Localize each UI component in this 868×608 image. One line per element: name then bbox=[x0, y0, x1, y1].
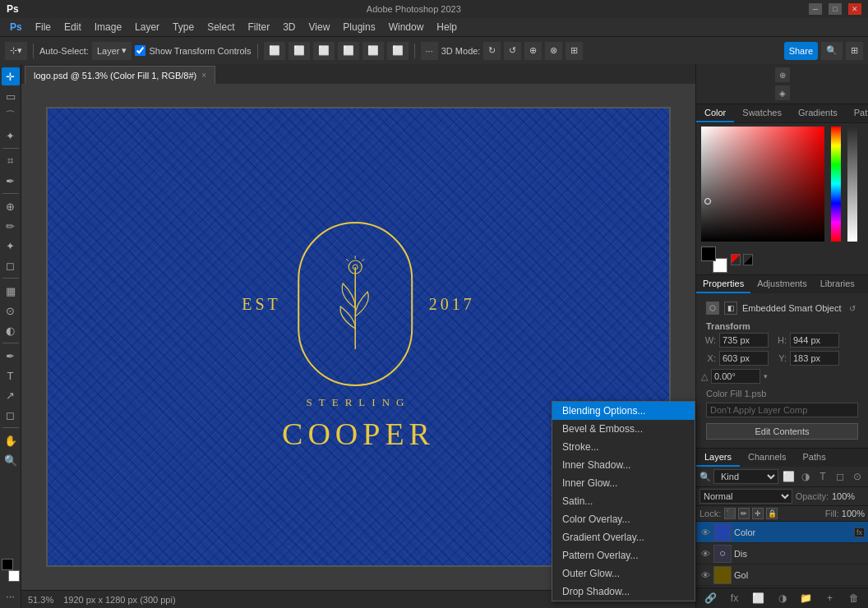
zoom-tool[interactable]: 🔍 bbox=[2, 451, 20, 469]
lock-all[interactable]: 🔒 bbox=[766, 508, 778, 519]
ctx-stroke[interactable]: Stroke... bbox=[552, 438, 695, 456]
move-tool-options[interactable]: ⊹▾ bbox=[5, 42, 27, 60]
crop-tool[interactable]: ⌗ bbox=[2, 152, 20, 170]
layer-item-dis[interactable]: 👁 ⬡ Dis bbox=[696, 543, 868, 564]
move-tool[interactable]: ✛ bbox=[2, 67, 20, 85]
add-mask[interactable]: ⬜ bbox=[751, 591, 766, 606]
patterns-tab[interactable]: Patterns bbox=[846, 104, 868, 122]
properties-tab[interactable]: Properties bbox=[696, 275, 750, 293]
libraries-tab[interactable]: Libraries bbox=[814, 275, 861, 293]
new-layer[interactable]: + bbox=[823, 591, 838, 606]
menu-filter[interactable]: Filter bbox=[241, 20, 276, 35]
color-tab[interactable]: Color bbox=[696, 104, 734, 122]
shape-filter[interactable]: ◻ bbox=[833, 469, 847, 484]
lock-position[interactable]: ✛ bbox=[752, 508, 764, 519]
adjustment-filter[interactable]: ◑ bbox=[798, 469, 813, 484]
blend-mode-select[interactable]: Normal bbox=[699, 489, 792, 504]
ctx-pattern-overlay[interactable]: Pattern Overlay... bbox=[552, 546, 695, 564]
ctx-bevel-emboss[interactable]: Bevel & Emboss... bbox=[552, 420, 695, 438]
lasso-tool[interactable]: ⌒ bbox=[2, 107, 20, 125]
channels-tab[interactable]: Channels bbox=[740, 449, 794, 467]
select-rect-tool[interactable]: ▭ bbox=[2, 87, 20, 105]
panel-icon-2[interactable]: ◈ bbox=[775, 85, 790, 100]
tab-close-button[interactable]: × bbox=[201, 71, 206, 80]
ctx-gradient-overlay[interactable]: Gradient Overlay... bbox=[552, 528, 695, 546]
layer-item-layer[interactable]: 👁 Layer bbox=[696, 586, 868, 587]
path-select-tool[interactable]: ↗ bbox=[2, 386, 20, 404]
close-button[interactable]: ✕ bbox=[848, 3, 861, 15]
x-input[interactable] bbox=[719, 351, 769, 366]
color-spectrum[interactable] bbox=[701, 127, 824, 242]
lock-image[interactable]: ✏ bbox=[738, 508, 750, 519]
3d-scale[interactable]: ⊞ bbox=[566, 42, 583, 60]
ctx-satin[interactable]: Satin... bbox=[552, 492, 695, 510]
hue-slider[interactable] bbox=[831, 127, 841, 242]
layer-eye-gol[interactable]: 👁 bbox=[699, 569, 711, 581]
menu-layer[interactable]: Layer bbox=[128, 20, 166, 35]
spot-heal-tool[interactable]: ⊕ bbox=[2, 197, 20, 215]
add-effect[interactable]: fx bbox=[727, 591, 742, 606]
props-reset-icon[interactable]: ↺ bbox=[847, 302, 858, 314]
foreground-swatch[interactable] bbox=[701, 246, 716, 261]
menu-view[interactable]: View bbox=[302, 20, 337, 35]
align-left[interactable]: ⬜ bbox=[264, 42, 285, 60]
brush-tool[interactable]: ✏ bbox=[2, 217, 20, 235]
opacity-slider[interactable] bbox=[847, 127, 857, 242]
show-transform-check[interactable]: Show Transform Controls bbox=[135, 45, 251, 56]
magic-wand-tool[interactable]: ✦ bbox=[2, 127, 20, 145]
align-center-h[interactable]: ⬜ bbox=[289, 42, 310, 60]
menu-image[interactable]: Image bbox=[88, 20, 128, 35]
align-right[interactable]: ⬜ bbox=[313, 42, 335, 60]
gradient-tool[interactable]: ▦ bbox=[2, 282, 20, 300]
new-adjustment[interactable]: ◑ bbox=[775, 591, 790, 606]
w-input[interactable] bbox=[719, 333, 769, 348]
minimize-button[interactable]: ─ bbox=[809, 3, 822, 15]
ctx-inner-shadow[interactable]: Inner Shadow... bbox=[552, 456, 695, 474]
ctx-drop-shadow[interactable]: Drop Shadow... bbox=[552, 583, 695, 601]
maximize-button[interactable]: □ bbox=[829, 3, 842, 15]
search-button[interactable]: 🔍 bbox=[821, 42, 843, 60]
menu-ps[interactable]: Ps bbox=[3, 20, 29, 35]
layer-eye-color[interactable]: 👁 bbox=[699, 527, 711, 538]
layer-comp-dropdown[interactable]: Don't Apply Layer Comp bbox=[706, 403, 858, 417]
reset-colors[interactable] bbox=[731, 254, 741, 265]
menu-edit[interactable]: Edit bbox=[58, 20, 88, 35]
angle-dropdown[interactable]: ▾ bbox=[764, 372, 768, 380]
3d-slide[interactable]: ⊗ bbox=[545, 42, 562, 60]
new-group[interactable]: 📁 bbox=[799, 591, 814, 606]
link-layers[interactable]: 🔗 bbox=[704, 591, 718, 606]
3d-pan[interactable]: ⊕ bbox=[524, 42, 542, 60]
pen-tool[interactable]: ✒ bbox=[2, 347, 20, 365]
extra-options[interactable]: ··· bbox=[421, 42, 438, 60]
pixel-filter[interactable]: ⬜ bbox=[781, 469, 796, 484]
align-bottom[interactable]: ⬜ bbox=[387, 42, 409, 60]
menu-select[interactable]: Select bbox=[201, 20, 241, 35]
smart-filter[interactable]: ⊙ bbox=[850, 469, 865, 484]
kind-filter-select[interactable]: Kind bbox=[713, 469, 778, 484]
layers-tab[interactable]: Layers bbox=[696, 449, 740, 467]
menu-type[interactable]: Type bbox=[166, 20, 201, 35]
angle-input[interactable] bbox=[711, 369, 760, 384]
menu-help[interactable]: Help bbox=[430, 20, 464, 35]
type-filter[interactable]: T bbox=[815, 469, 830, 484]
eyedropper-tool[interactable]: ✒ bbox=[2, 172, 20, 190]
blur-tool[interactable]: ⊙ bbox=[2, 302, 20, 320]
delete-layer[interactable]: 🗑 bbox=[847, 591, 861, 606]
h-input[interactable] bbox=[790, 333, 839, 348]
align-center-v[interactable]: ⬜ bbox=[362, 42, 384, 60]
panel-icon-1[interactable]: ⊕ bbox=[775, 67, 790, 82]
menu-file[interactable]: File bbox=[29, 20, 58, 35]
align-top[interactable]: ⬜ bbox=[338, 42, 359, 60]
share-button[interactable]: Share bbox=[784, 42, 818, 60]
auto-select-dropdown[interactable]: Layer ▾ bbox=[92, 42, 132, 60]
swatches-tab[interactable]: Swatches bbox=[734, 104, 790, 122]
menu-plugins[interactable]: Plugins bbox=[336, 20, 381, 35]
edit-contents-button[interactable]: Edit Contents bbox=[706, 423, 858, 440]
menu-window[interactable]: Window bbox=[382, 20, 431, 35]
eraser-tool[interactable]: ◻ bbox=[2, 256, 20, 274]
transform-checkbox[interactable] bbox=[135, 45, 145, 56]
y-input[interactable] bbox=[790, 351, 839, 366]
layer-item-color[interactable]: 👁 Color fx bbox=[696, 522, 868, 543]
ctx-outer-glow[interactable]: Outer Glow... bbox=[552, 564, 695, 583]
hand-tool[interactable]: ✋ bbox=[2, 431, 20, 449]
